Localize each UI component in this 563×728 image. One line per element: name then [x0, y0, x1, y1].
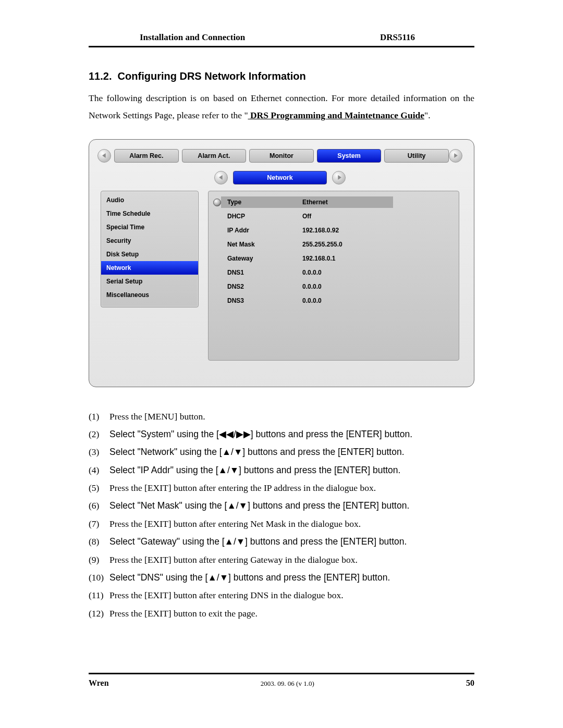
- tabs-row: Alarm Rec. Alarm Act. Monitor System Uti…: [97, 147, 462, 165]
- content-panel: Type Ethernet DHCP Off IP Addr 192.168.0…: [208, 191, 459, 361]
- subtab-scroll-right-button[interactable]: [332, 171, 346, 184]
- section-title: 11.2. Configuring DRS Network Informatio…: [89, 70, 474, 82]
- field-row-dhcp[interactable]: DHCP Off: [209, 209, 459, 224]
- svg-marker-3: [338, 175, 341, 180]
- tabs-scroll-right-button[interactable]: [449, 149, 462, 163]
- header-left: Installation and Connection: [140, 32, 245, 43]
- step-item: (4)Select "IP Addr" using the [▲/▼] butt…: [89, 462, 474, 478]
- field-row-dns2[interactable]: DNS2 0.0.0.0: [209, 280, 459, 294]
- footer-date: 2003. 09. 06 (v 1.0): [261, 680, 314, 688]
- step-item: (8)Select "Gateway" using the [▲/▼] butt…: [89, 533, 474, 550]
- subtab-network[interactable]: Network: [233, 171, 327, 184]
- step-item: (10)Select "DNS" using the [▲/▼] buttons…: [89, 569, 474, 586]
- footer-brand: Wren: [89, 678, 109, 688]
- field-row-net-mask[interactable]: Net Mask 255.255.255.0: [209, 238, 459, 252]
- step-item: (6)Select "Net Mask" using the [▲/▼] but…: [89, 497, 474, 514]
- step-item: (12)Press the [EXIT] button to exit the …: [89, 605, 474, 622]
- footer-page-number: 50: [466, 678, 474, 688]
- step-item: (2)Select "System" using the [◀◀/▶▶] but…: [89, 426, 474, 442]
- guide-link[interactable]: DRS Programming and Maintetnance Guide: [248, 110, 425, 120]
- tab-utility[interactable]: Utility: [384, 149, 449, 163]
- page-footer: Wren 2003. 09. 06 (v 1.0) 50: [89, 678, 474, 688]
- steps-list: (1)Press the [MENU] button. (2)Select "S…: [89, 408, 474, 622]
- sidebar-item-security[interactable]: Security: [101, 234, 198, 248]
- step-item: (3)Select "Network" using the [▲/▼] butt…: [89, 443, 474, 460]
- field-row-ip-addr[interactable]: IP Addr 192.168.0.92: [209, 224, 459, 238]
- step-item: (11)Press the [EXIT] button after enteri…: [89, 587, 474, 603]
- sidebar-item-audio[interactable]: Audio: [101, 193, 198, 207]
- field-row-gateway[interactable]: Gateway 192.168.0.1: [209, 252, 459, 266]
- tab-monitor[interactable]: Monitor: [249, 149, 314, 163]
- tabs-scroll-left-button[interactable]: [97, 149, 111, 163]
- tab-system[interactable]: System: [317, 149, 382, 163]
- step-item: (7)Press the [EXIT] button after enterin…: [89, 515, 474, 532]
- step-item: (5)Press the [EXIT] button after enterin…: [89, 479, 474, 496]
- step-item: (9)Press the [EXIT] button after enterin…: [89, 551, 474, 568]
- field-row-dns1[interactable]: DNS1 0.0.0.0: [209, 266, 459, 280]
- sidebar-item-serial-setup[interactable]: Serial Setup: [101, 275, 198, 288]
- field-row-dns3[interactable]: DNS3 0.0.0.0: [209, 294, 459, 308]
- subtab-row: Network: [97, 169, 462, 187]
- sidebar: Audio Time Schedule Special Time Securit…: [101, 191, 199, 307]
- step-item: (1)Press the [MENU] button.: [89, 408, 474, 425]
- subtab-scroll-left-button[interactable]: [214, 171, 228, 184]
- field-row-type[interactable]: Type Ethernet: [209, 195, 459, 209]
- cursor-icon: [209, 199, 221, 206]
- sidebar-item-network[interactable]: Network: [101, 261, 198, 275]
- tab-alarm-act[interactable]: Alarm Act.: [182, 149, 247, 163]
- sidebar-item-special-time[interactable]: Special Time: [101, 220, 198, 234]
- sidebar-item-disk-setup[interactable]: Disk Setup: [101, 248, 198, 261]
- tab-alarm-rec[interactable]: Alarm Rec.: [114, 149, 179, 163]
- svg-marker-0: [102, 153, 106, 158]
- sidebar-item-time-schedule[interactable]: Time Schedule: [101, 207, 198, 220]
- sidebar-item-miscellaneous[interactable]: Miscellaneous: [101, 288, 198, 302]
- svg-marker-1: [455, 153, 458, 158]
- intro-paragraph: The following description is on based on…: [89, 90, 474, 125]
- settings-screenshot: Alarm Rec. Alarm Act. Monitor System Uti…: [89, 139, 474, 387]
- svg-marker-2: [219, 175, 223, 180]
- header-right: DRS5116: [380, 32, 472, 43]
- footer-rule: [89, 673, 474, 678]
- page-header: Installation and Connection DRS5116: [89, 32, 474, 47]
